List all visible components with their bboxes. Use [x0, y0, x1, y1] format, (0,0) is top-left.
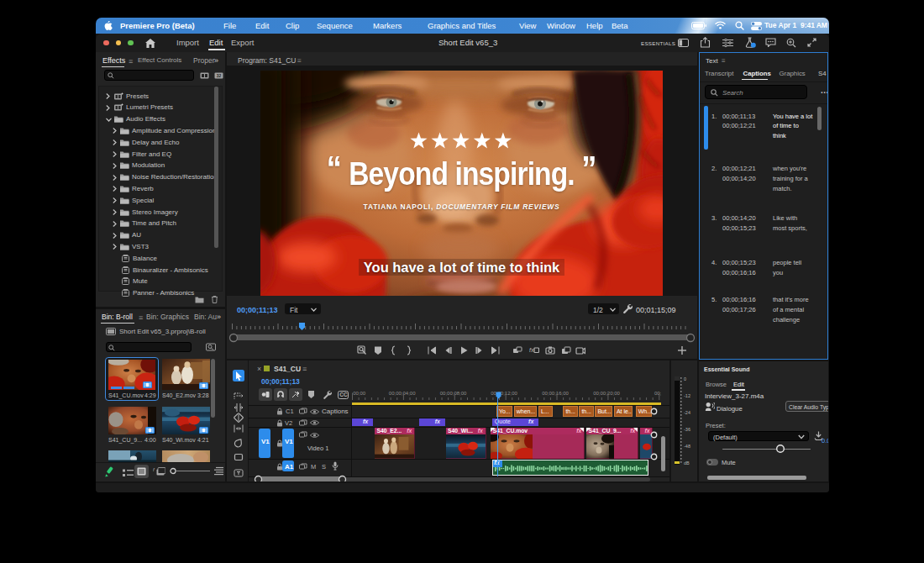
svg-text:fx: fx: [529, 347, 534, 353]
svg-text:32: 32: [217, 73, 222, 78]
svg-text:CC: CC: [339, 392, 348, 397]
svg-text:f: f: [153, 467, 155, 472]
